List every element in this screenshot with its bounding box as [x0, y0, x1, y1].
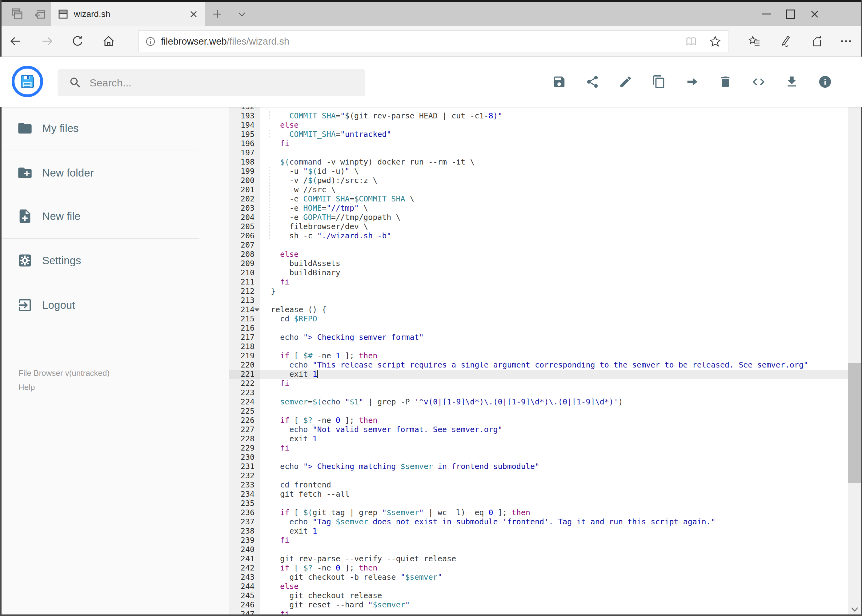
fold-icon[interactable] [255, 308, 259, 311]
code-line[interactable]: 200 -v /$(pwd):/src:z \ [229, 176, 848, 185]
home-button[interactable] [98, 26, 120, 56]
code-line[interactable]: 241 git rev-parse --verify --quiet relea… [229, 554, 848, 563]
code-line[interactable]: 197 [229, 148, 848, 157]
code-line[interactable]: 207 [229, 240, 848, 250]
code-line[interactable]: 210 buildBinary [229, 268, 848, 277]
search-input[interactable] [89, 77, 365, 89]
code-line[interactable]: 246 git reset --hard "$semver" [229, 600, 848, 610]
search-box[interactable] [58, 69, 365, 96]
scroll-down-button[interactable] [848, 603, 861, 616]
code-line[interactable]: 218 [229, 342, 848, 351]
code-line[interactable]: 192 [229, 107, 848, 112]
code-line[interactable]: 196 fi [229, 139, 848, 148]
tab-preview-button[interactable] [6, 2, 28, 26]
code-line[interactable]: 199 -u "$(id -u)" \ [229, 167, 848, 176]
maximize-button[interactable] [778, 2, 803, 26]
code-line[interactable]: 227 echo "Not valid semver format. See s… [229, 425, 848, 434]
code-line[interactable]: 215 cd $REPO [229, 314, 848, 324]
tab-list-dropdown[interactable] [233, 2, 251, 26]
code-line[interactable]: 202 -e COMMIT_SHA=$COMMIT_SHA \ [229, 194, 848, 204]
code-line[interactable]: 230 [229, 453, 848, 462]
reading-view-button[interactable] [684, 35, 698, 48]
code-line[interactable]: 233 cd frontend [229, 480, 848, 490]
browser-tab[interactable]: wizard.sh [51, 2, 205, 26]
code-line[interactable]: 219 if [ $# -ne 1 ]; then [229, 351, 848, 360]
delete-button[interactable] [710, 57, 741, 107]
app-logo[interactable] [12, 66, 43, 97]
more-button[interactable] [836, 26, 856, 56]
favorite-star-button[interactable] [708, 35, 722, 48]
code-line[interactable]: 237 echo "Tag $semver does not exist in … [229, 517, 848, 526]
code-line[interactable]: 206 sh -c "./wizard.sh -b" [229, 231, 848, 240]
code-line[interactable]: 212} [229, 287, 848, 296]
sidebar-item-new-file[interactable]: New file [0, 202, 229, 230]
file-info-button[interactable] [810, 57, 840, 107]
code-line[interactable]: 222 fi [229, 379, 848, 388]
ink-button[interactable] [775, 26, 796, 56]
code-line[interactable]: 208 else [229, 250, 848, 259]
back-button[interactable] [5, 26, 27, 56]
set-tabs-aside-button[interactable] [29, 2, 51, 26]
code-line[interactable]: 242 if [ $? -ne 0 ]; then [229, 563, 848, 573]
code-line[interactable]: 201 -w //src \ [229, 185, 848, 194]
code-line[interactable]: 229 fi [229, 443, 848, 453]
code-line[interactable]: 234 git fetch --all [229, 490, 848, 499]
code-line[interactable]: 194 else [229, 121, 848, 130]
code-line[interactable]: 245 git checkout release [229, 591, 848, 600]
copy-button[interactable] [643, 57, 674, 107]
code-line[interactable]: 221 exit 1 [229, 370, 848, 379]
code-line[interactable]: 209 buildAssets [229, 259, 848, 268]
page-scrollbar-thumb[interactable] [848, 363, 861, 483]
code-line[interactable]: 193 COMMIT_SHA="$(git rev-parse HEAD | c… [229, 112, 848, 121]
close-button[interactable] [803, 2, 827, 26]
address-bar[interactable]: filebrowser.web/files/wizard.sh [139, 30, 728, 52]
code-line[interactable]: 228 exit 1 [229, 434, 848, 443]
download-button[interactable] [777, 57, 807, 107]
code-line[interactable]: 195 COMMIT_SHA="untracked" [229, 130, 848, 139]
code-editor[interactable]: 192193 COMMIT_SHA="$(git rev-parse HEAD … [229, 107, 848, 615]
code-line[interactable]: 232 [229, 471, 848, 480]
code-line[interactable]: 203 -e HOME="//tmp" \ [229, 204, 848, 213]
code-line[interactable]: 235 [229, 499, 848, 508]
code-line[interactable]: 213 [229, 296, 848, 305]
code-line[interactable]: 214release () { [229, 305, 848, 314]
code-line[interactable]: 240 [229, 545, 848, 554]
new-tab-button[interactable] [208, 2, 227, 26]
code-line[interactable]: 220 echo "This release script requires a… [229, 360, 848, 370]
sidebar-item-my-files[interactable]: My files [0, 115, 229, 142]
refresh-button[interactable] [67, 26, 89, 56]
code-line[interactable]: 205 filebrowser/dev \ [229, 222, 848, 231]
code-line[interactable]: 216 [229, 324, 848, 333]
code-line[interactable]: 226 if [ $? -ne 0 ]; then [229, 416, 848, 425]
help-link[interactable]: Help [19, 380, 35, 394]
code-line[interactable]: 225 [229, 407, 848, 416]
code-line[interactable]: 223 [229, 388, 848, 398]
share-page-button[interactable] [807, 26, 827, 56]
sidebar-item-logout[interactable]: Logout [0, 291, 229, 319]
share-button[interactable] [577, 57, 608, 107]
save-button[interactable] [544, 57, 575, 107]
code-line[interactable]: 236 if [ $(git tag | grep "$semver" | wc… [229, 508, 848, 517]
page-scrollbar-track[interactable] [848, 57, 861, 615]
code-line[interactable]: 243 git checkout -b release "$semver" [229, 573, 848, 582]
code-line[interactable]: 224 semver=$(echo "$1" | grep -P '^v(0|[… [229, 398, 848, 407]
code-button[interactable] [743, 57, 774, 107]
line-number[interactable]: 214 [229, 305, 260, 314]
minimize-button[interactable] [755, 2, 778, 26]
edit-button[interactable] [610, 57, 641, 107]
forward-button[interactable] [36, 26, 58, 56]
code-line[interactable]: 211 fi [229, 277, 848, 287]
info-icon[interactable] [144, 35, 157, 48]
sidebar-item-new-folder[interactable]: New folder [0, 159, 229, 187]
code-line[interactable]: 238 exit 1 [229, 526, 848, 536]
code-line[interactable]: 244 else [229, 582, 848, 591]
code-line[interactable]: 204 -e GOPATH=//tmp/gopath \ [229, 213, 848, 222]
tab-close-button[interactable] [189, 10, 198, 18]
hub-button[interactable] [744, 26, 764, 56]
code-line[interactable]: 231 echo "> Checking matching $semver in… [229, 462, 848, 471]
code-line[interactable]: 198 $(command -v winpty) docker run --rm… [229, 157, 848, 167]
move-button[interactable] [677, 57, 708, 107]
sidebar-item-settings[interactable]: Settings [0, 247, 229, 274]
code-line[interactable]: 217 echo "> Checking semver format" [229, 333, 848, 342]
code-line[interactable]: 239 fi [229, 536, 848, 545]
